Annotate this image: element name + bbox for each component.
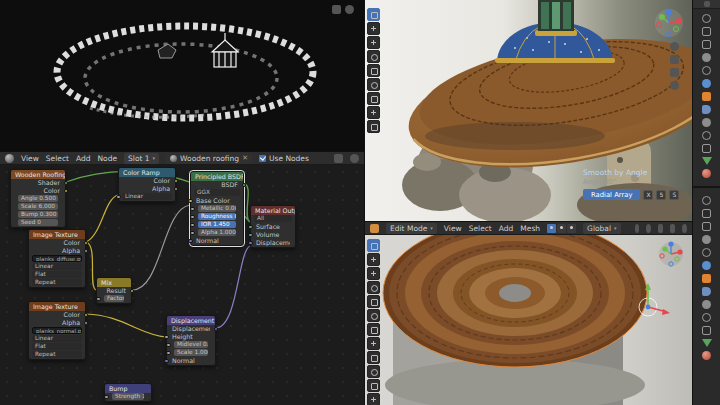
- tab-particles[interactable]: [702, 118, 711, 127]
- cursor-tool[interactable]: [367, 253, 380, 266]
- output-socket[interactable]: [64, 189, 69, 194]
- pin-icon[interactable]: [334, 154, 343, 163]
- node-bump[interactable]: Bump Strength 1.000: [104, 383, 152, 402]
- tab-physics[interactable]: [702, 131, 711, 140]
- tab-world[interactable]: [702, 261, 711, 270]
- hud-x-button[interactable]: X: [643, 190, 653, 200]
- menu-mesh[interactable]: Mesh: [520, 224, 540, 233]
- gizmo-toggle-icon[interactable]: [345, 5, 354, 14]
- camera-view-icon[interactable]: [670, 68, 679, 77]
- input-socket[interactable]: [96, 297, 101, 302]
- input-socket[interactable]: [190, 223, 195, 228]
- tab-modifiers[interactable]: [702, 105, 711, 114]
- add-cube-tool[interactable]: [367, 120, 380, 133]
- unlink-icon[interactable]: ✕: [242, 154, 248, 162]
- render-viewport[interactable]: Smooth by Angle Angle 30° Radial Array X…: [365, 0, 692, 221]
- image-name-field[interactable]: planks_normal.png: [32, 327, 82, 334]
- move-tool[interactable]: [367, 36, 380, 49]
- transform-tool[interactable]: [367, 309, 380, 322]
- tab-material[interactable]: [702, 351, 711, 360]
- tab-render[interactable]: [702, 209, 711, 218]
- snap-magnet-icon[interactable]: [635, 224, 640, 233]
- overlay-toggle-icon[interactable]: [332, 5, 341, 14]
- tab-modifiers[interactable]: [702, 287, 711, 296]
- output-socket[interactable]: [64, 181, 69, 186]
- input-socket[interactable]: [190, 215, 195, 220]
- edit-viewport[interactable]: [365, 235, 692, 405]
- menu-view[interactable]: View: [21, 154, 39, 163]
- node-displacement[interactable]: Displacement Displacement Height Midleve…: [166, 315, 216, 366]
- input-socket[interactable]: [188, 199, 193, 204]
- move-gizmo[interactable]: [626, 283, 670, 327]
- node-material-output[interactable]: Material Output All Surface Volume Displ…: [250, 205, 296, 248]
- annotate-tool[interactable]: [367, 92, 380, 105]
- xray-icon[interactable]: [670, 224, 675, 233]
- face-select-icon[interactable]: [567, 224, 576, 233]
- zoom-icon[interactable]: [670, 42, 679, 51]
- use-nodes-toggle[interactable]: Use Nodes: [259, 154, 309, 163]
- output-socket[interactable]: [84, 321, 89, 326]
- edge-select-icon[interactable]: [557, 224, 566, 233]
- radial-array-button[interactable]: Radial Array: [583, 189, 640, 200]
- navigation-gizmo[interactable]: [658, 241, 684, 267]
- tab-constraints[interactable]: [702, 144, 711, 153]
- input-socket[interactable]: [116, 195, 121, 200]
- input-socket[interactable]: [248, 233, 253, 238]
- input-socket[interactable]: [166, 351, 171, 356]
- tab-scene[interactable]: [702, 66, 711, 75]
- hud-count-button[interactable]: 5: [656, 190, 666, 200]
- node-wooden-roofing[interactable]: Wooden Roofing Shader Color Angle 0.500 …: [10, 169, 66, 228]
- measure-tool[interactable]: [367, 106, 380, 119]
- tab-object-data[interactable]: [702, 339, 712, 347]
- loopcut-tool[interactable]: [367, 393, 380, 405]
- tab-scene[interactable]: [702, 248, 711, 257]
- output-socket[interactable]: [174, 187, 179, 192]
- output-socket[interactable]: [84, 249, 89, 254]
- bevel-tool[interactable]: [367, 379, 380, 392]
- node-image-texture-normal[interactable]: Image Texture Color Alpha planks_normal.…: [28, 301, 86, 360]
- hud-title[interactable]: Smooth by Angle: [583, 168, 679, 177]
- cursor-tool[interactable]: [367, 22, 380, 35]
- input-socket[interactable]: [164, 359, 169, 364]
- tab-tool[interactable]: [702, 14, 711, 23]
- input-socket[interactable]: [190, 207, 195, 212]
- image-name-field[interactable]: planks_diffuse.png: [32, 255, 82, 262]
- input-socket[interactable]: [104, 395, 109, 400]
- shader-editor-icon[interactable]: [5, 154, 14, 163]
- select-box-tool[interactable]: [367, 239, 380, 252]
- node-canvas[interactable]: Wooden Roofing Shader Color Angle 0.500 …: [0, 165, 364, 405]
- tab-particles[interactable]: [702, 300, 711, 309]
- node-principled-bsdf[interactable]: Principled BSDF BSDF GGX Base Color Meta…: [190, 171, 244, 246]
- wireframe-viewport[interactable]: [0, 0, 364, 151]
- toggle-ortho-icon[interactable]: [670, 81, 679, 90]
- menu-view[interactable]: View: [444, 224, 462, 233]
- menu-add[interactable]: Add: [499, 224, 514, 233]
- tab-output[interactable]: [702, 40, 711, 49]
- select-box-tool[interactable]: [367, 8, 380, 21]
- menu-select[interactable]: Select: [46, 154, 69, 163]
- menu-select[interactable]: Select: [469, 224, 492, 233]
- pan-icon[interactable]: [670, 55, 679, 64]
- inset-tool[interactable]: [367, 365, 380, 378]
- rotate-tool[interactable]: [367, 50, 380, 63]
- tab-object-data[interactable]: [702, 157, 712, 165]
- menu-node[interactable]: Node: [97, 154, 117, 163]
- overlays-icon[interactable]: [658, 224, 663, 233]
- tab-world[interactable]: [702, 79, 711, 88]
- tab-render[interactable]: [702, 27, 711, 36]
- tab-output[interactable]: [702, 222, 711, 231]
- output-socket[interactable]: [84, 241, 89, 246]
- scale-tool[interactable]: [367, 295, 380, 308]
- rotate-tool[interactable]: [367, 281, 380, 294]
- scale-tool[interactable]: [367, 64, 380, 77]
- output-socket[interactable]: [214, 327, 219, 332]
- proportional-icon[interactable]: [646, 224, 651, 233]
- material-datablock[interactable]: Wooden roofing ✕: [166, 153, 252, 164]
- tab-constraints[interactable]: [702, 326, 711, 335]
- extrude-tool[interactable]: [367, 351, 380, 364]
- measure-tool[interactable]: [367, 337, 380, 350]
- input-socket[interactable]: [164, 335, 169, 340]
- menu-add[interactable]: Add: [76, 154, 91, 163]
- input-socket[interactable]: [190, 231, 195, 236]
- tab-object[interactable]: [702, 274, 711, 283]
